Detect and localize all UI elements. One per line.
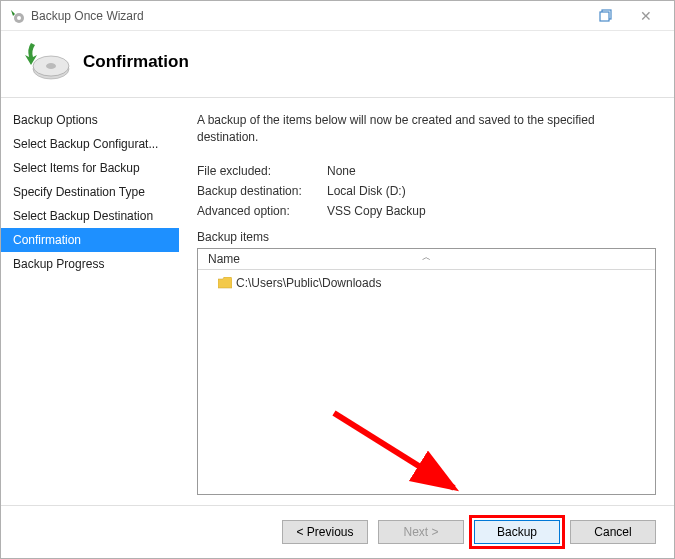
button-label: Backup: [497, 525, 537, 539]
page-title: Confirmation: [83, 52, 189, 72]
backup-button[interactable]: Backup: [474, 520, 560, 544]
button-bar: < Previous Next > Backup Cancel: [1, 505, 674, 558]
summary-advanced-option: Advanced option: VSS Copy Backup: [197, 204, 656, 218]
sidebar-item-label: Confirmation: [13, 233, 81, 247]
close-icon: ✕: [640, 8, 652, 24]
backup-disc-icon: [21, 41, 71, 83]
list-item[interactable]: C:\Users\Public\Downloads: [208, 276, 645, 290]
sidebar: Backup Options Select Backup Configurat.…: [1, 98, 179, 505]
backup-items-label: Backup items: [197, 230, 656, 244]
close-button[interactable]: ✕: [626, 4, 666, 28]
app-icon: [9, 8, 25, 24]
sidebar-item-label: Select Items for Backup: [13, 161, 140, 175]
sidebar-item-select-destination[interactable]: Select Backup Destination: [1, 204, 179, 228]
sidebar-item-backup-progress[interactable]: Backup Progress: [1, 252, 179, 276]
svg-point-1: [17, 16, 21, 20]
summary-label: Backup destination:: [197, 184, 327, 198]
summary-label: File excluded:: [197, 164, 327, 178]
cancel-button[interactable]: Cancel: [570, 520, 656, 544]
svg-rect-3: [600, 12, 609, 21]
svg-point-6: [46, 63, 56, 69]
items-body: C:\Users\Public\Downloads: [198, 270, 655, 494]
wizard-body: Backup Options Select Backup Configurat.…: [1, 97, 674, 505]
backup-items-listbox: Name ︿ C:\Users\Public\Downloads: [197, 248, 656, 495]
next-button: Next >: [378, 520, 464, 544]
summary-value: Local Disk (D:): [327, 184, 406, 198]
main-panel: A backup of the items below will now be …: [179, 98, 674, 505]
wizard-header: Confirmation: [1, 31, 674, 97]
item-path: C:\Users\Public\Downloads: [236, 276, 381, 290]
titlebar: Backup Once Wizard ✕: [1, 1, 674, 31]
sidebar-item-destination-type[interactable]: Specify Destination Type: [1, 180, 179, 204]
summary-file-excluded: File excluded: None: [197, 164, 656, 178]
summary-value: VSS Copy Backup: [327, 204, 426, 218]
sidebar-item-label: Backup Progress: [13, 257, 104, 271]
sidebar-item-label: Backup Options: [13, 113, 98, 127]
wizard-window: Backup Once Wizard ✕ Confirmation Backup…: [0, 0, 675, 559]
items-column-header[interactable]: Name ︿: [198, 249, 655, 270]
backup-button-wrapper: Backup: [474, 520, 560, 544]
summary-label: Advanced option:: [197, 204, 327, 218]
button-label: Cancel: [594, 525, 631, 539]
column-header-name: Name: [208, 252, 240, 266]
button-label: < Previous: [296, 525, 353, 539]
folder-icon: [218, 277, 232, 289]
sidebar-item-select-items[interactable]: Select Items for Backup: [1, 156, 179, 180]
sidebar-item-select-backup-config[interactable]: Select Backup Configurat...: [1, 132, 179, 156]
intro-text: A backup of the items below will now be …: [197, 112, 656, 146]
sidebar-item-label: Select Backup Destination: [13, 209, 153, 223]
button-label: Next >: [403, 525, 438, 539]
restore-button[interactable]: [586, 4, 626, 28]
summary-backup-destination: Backup destination: Local Disk (D:): [197, 184, 656, 198]
window-title: Backup Once Wizard: [31, 9, 586, 23]
summary-value: None: [327, 164, 356, 178]
sidebar-item-label: Specify Destination Type: [13, 185, 145, 199]
sidebar-item-confirmation[interactable]: Confirmation: [1, 228, 179, 252]
sidebar-item-label: Select Backup Configurat...: [13, 137, 158, 151]
previous-button[interactable]: < Previous: [282, 520, 368, 544]
window-controls: ✕: [586, 4, 666, 28]
sort-indicator-icon: ︿: [422, 251, 431, 264]
sidebar-item-backup-options[interactable]: Backup Options: [1, 108, 179, 132]
